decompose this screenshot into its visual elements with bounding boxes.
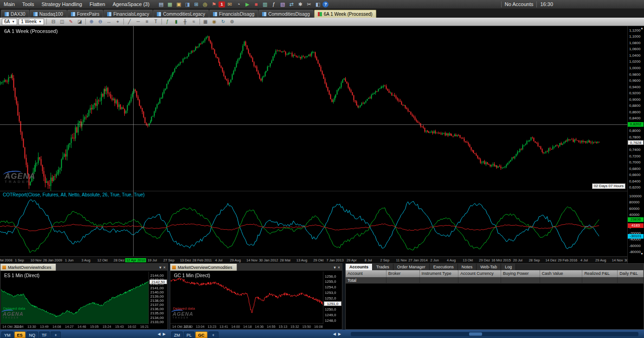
settings-icon[interactable]: ⊛ (228, 18, 236, 25)
scroll-left-icon[interactable]: ◀ (333, 332, 336, 336)
menu-strategy-handling[interactable]: Strategy Handling (38, 0, 86, 9)
instrument-tab-gc[interactable]: GC (195, 332, 207, 338)
workspace-tab-commoditieslegacy[interactable]: CommoditiesLegacy (153, 10, 209, 18)
period-select[interactable]: 1 Week ▼ (19, 19, 44, 25)
tab-log[interactable]: Log (501, 264, 516, 270)
scroll-up-icon[interactable]: ▲ (640, 26, 644, 30)
tab-accounts[interactable]: Accounts (346, 264, 373, 270)
menu-agenaspace-3[interactable]: AgenaSpace (3) (109, 0, 154, 9)
panel-close-icon[interactable]: × (163, 265, 166, 270)
tab-executions[interactable]: Executions (430, 264, 458, 270)
workspace-tab-financialsdisagg[interactable]: FinancialsDisagg (209, 10, 258, 18)
scroll-left-icon[interactable]: ◀ (158, 332, 161, 336)
instrument-tab-pl[interactable]: PL (184, 332, 194, 338)
refresh-icon[interactable]: ↻ (219, 18, 227, 25)
save-workspace-icon[interactable]: ◨ (183, 0, 192, 8)
chart-type-icon[interactable]: ▥ (261, 0, 269, 8)
panel-tab-marketoverviewcommodities[interactable]: MarketOverviewCommodities (170, 264, 237, 271)
instrument-tab-zm[interactable]: ZM (171, 332, 183, 338)
column-header-buying-power[interactable]: Buying Power (501, 270, 540, 277)
bar-style-icon[interactable]: ╫ (181, 18, 189, 25)
play-icon[interactable]: ▶ (243, 0, 251, 8)
zoom-out-icon[interactable]: ⊖ (96, 18, 104, 25)
calendar-icon[interactable]: 1 (219, 1, 225, 7)
help-icon[interactable]: ? (322, 1, 328, 7)
tab-web-tab[interactable]: Web-Tab (477, 264, 501, 270)
grid-icon[interactable]: ▦ (201, 18, 210, 25)
scanner-icon[interactable]: ◎ (201, 0, 209, 8)
tab-notes[interactable]: Notes (458, 264, 477, 270)
monitor-icon[interactable]: ◧ (314, 0, 322, 8)
es-price-axis[interactable]: 2144,002143,002142,002141,002140,002139,… (148, 272, 167, 324)
scrollbar-handle[interactable] (469, 332, 482, 336)
new-chart-icon[interactable]: ▦ (166, 0, 174, 8)
draw-pencil-icon[interactable]: ✎ (67, 18, 75, 25)
clock-icon[interactable]: ◔ (234, 0, 243, 8)
cot-indicator-chart[interactable] (0, 191, 627, 256)
link-charts-icon[interactable]: ⇄ (287, 0, 296, 8)
column-header-daily-p-l[interactable]: Daily P&L (618, 270, 644, 277)
column-header-cash-value[interactable]: Cash Value (540, 270, 583, 277)
column-header-account-currency[interactable]: Account Currency (458, 270, 501, 277)
column-header-account[interactable]: Account (346, 270, 386, 277)
panel-tab-marketoverviewindices[interactable]: MarketOverviewIndices (0, 264, 56, 271)
tab-trades[interactable]: Trades (373, 264, 393, 270)
fibonacci-icon[interactable]: ≡ (143, 18, 151, 25)
scroll-right-icon[interactable]: ▶ (163, 332, 166, 336)
workspace-tab-financialslegacy[interactable]: FinancialsLegacy (103, 10, 153, 18)
column-header-realized-p-l[interactable]: Realized P&L (582, 270, 618, 277)
date-axis[interactable]: 15 Mai 20081 Sep10 Nov26 Jan 20091 Jun3 … (0, 256, 644, 263)
panel-menu-icon[interactable]: ▾ (159, 265, 161, 270)
indicator-icon[interactable]: ƒ (270, 0, 278, 8)
panel-menu-icon[interactable]: ▾ (334, 265, 336, 270)
scroll-right-icon[interactable]: ▶ (338, 332, 341, 336)
table-row[interactable]: Total (346, 277, 644, 284)
instrument-tab-[interactable]: + (208, 332, 219, 338)
workspace-tab-6a-1-week-processed[interactable]: 6A 1 Week (Processed) (314, 10, 376, 18)
trend-line-icon[interactable]: ╱ (125, 18, 134, 25)
alert-flag-icon[interactable]: ⚑ (210, 0, 218, 8)
workspace-tab-nasdaq100[interactable]: Nasdaq100 (30, 10, 67, 18)
instrument-tab-tf[interactable]: TF (39, 332, 50, 338)
open-workspace-icon[interactable]: ▣ (174, 0, 183, 8)
instrument-tab-nq[interactable]: NQ (26, 332, 39, 338)
pan-icon[interactable]: ↔ (105, 18, 113, 25)
main-price-chart[interactable] (0, 26, 627, 191)
gear-icon[interactable]: ✱ (296, 0, 304, 8)
menu-tools[interactable]: Tools (19, 0, 38, 9)
horizontal-line-icon[interactable]: ─ (134, 18, 142, 25)
instrument-list-icon[interactable]: ▤ (157, 0, 165, 8)
menu-flatten[interactable]: Flatten (86, 0, 109, 9)
chart-group-icon[interactable]: ⊞ (192, 0, 200, 8)
crosshair-icon[interactable]: ⌖ (114, 18, 122, 25)
column-header-broker[interactable]: Broker (386, 270, 420, 277)
panel-close-icon[interactable]: × (338, 265, 340, 270)
menu-main[interactable]: Main (0, 0, 19, 9)
indicator-icon[interactable]: ƒ (163, 18, 172, 25)
candle-style-icon[interactable]: ▮ (172, 18, 180, 25)
snapshot-icon[interactable]: ◉ (210, 18, 219, 25)
news-mail-icon[interactable]: ✉ (225, 0, 234, 8)
tab-order-manager[interactable]: Order Manager (393, 264, 430, 270)
price-axis[interactable]: 0,8202 0,7628 ▲ ▼ 1,12001,10001,08001,06… (627, 26, 644, 263)
eraser-icon[interactable]: ◪ (76, 18, 84, 25)
symbol-select[interactable]: 6A ▼ (2, 19, 17, 25)
scissors-icon[interactable]: ✂ (305, 0, 313, 8)
print-icon[interactable]: ⊟ (49, 18, 58, 25)
workspace-tab-forexpairs[interactable]: ForexPairs (67, 10, 103, 18)
horizontal-scrollbar[interactable] (351, 332, 638, 336)
instrument-tab-ym[interactable]: YM (1, 332, 13, 338)
workspace-tab-commoditiesdisagg[interactable]: CommoditiesDisagg (258, 10, 313, 18)
scroll-down-icon[interactable]: ▼ (640, 252, 644, 255)
instrument-tab-es[interactable]: ES (14, 332, 26, 338)
template-icon[interactable]: ▧ (278, 0, 287, 8)
text-tool-icon[interactable]: T (152, 18, 160, 25)
save-template-icon[interactable]: ◫ (58, 18, 66, 25)
column-header-instrument-type[interactable]: Instrument Type (420, 270, 459, 277)
line-chart-icon[interactable]: ≈ (190, 18, 198, 25)
instrument-tab-[interactable]: + (51, 332, 61, 338)
gc-price-axis[interactable]: 1256,01255,01254,01253,01252,01251,01250… (323, 272, 342, 324)
stop-icon[interactable]: ■ (252, 0, 260, 8)
gc-mini-chart[interactable] (171, 272, 324, 324)
zoom-in-icon[interactable]: ⊕ (87, 18, 96, 25)
